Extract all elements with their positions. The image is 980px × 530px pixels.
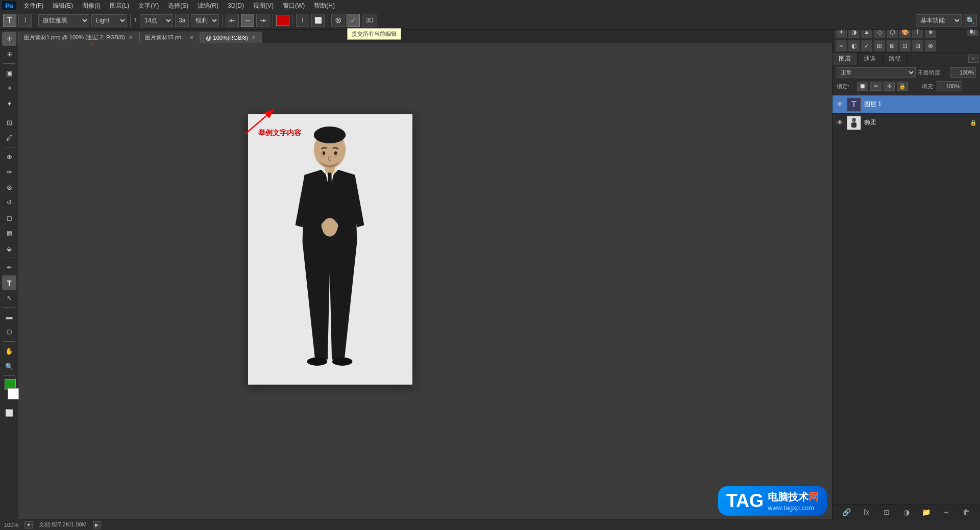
delete-layer-btn[interactable]: 🗑 (961, 507, 972, 518)
zoom-tool[interactable]: 🔍 (2, 359, 16, 373)
eye-icon-1: 👁 (837, 119, 843, 127)
background-color[interactable] (8, 388, 19, 399)
lock-position-btn[interactable]: ✛ (884, 82, 895, 91)
menu-select[interactable]: 选择(S) (164, 1, 192, 11)
adj-posterize-icon[interactable]: ≈ (836, 40, 847, 52)
search-workspace-btn[interactable]: 🔍 (964, 14, 977, 27)
link-layers-btn[interactable]: 🔗 (841, 507, 852, 518)
align-right-btn[interactable]: ⇥ (256, 14, 270, 27)
text-orientation-icon[interactable]: ⊺ (18, 14, 32, 27)
adj-pattern-icon[interactable]: ⊗ (925, 40, 936, 52)
layers-list: 👁 T 图层 1 👁 狮柔 🔒 (832, 95, 980, 504)
adj-invert-icon[interactable]: ⊠ (887, 40, 898, 52)
layer-visibility-0[interactable]: 👁 (836, 100, 844, 109)
tab-2[interactable]: @ 100%(RGB/8) ✕ (200, 32, 262, 43)
menu-text[interactable]: 文字(Y) (134, 1, 163, 11)
menu-window[interactable]: 窗口(W) (279, 1, 309, 11)
doc-size-btn[interactable]: ▶ (93, 521, 101, 528)
add-mask-btn[interactable]: ⊡ (881, 507, 892, 518)
healing-brush-tool[interactable]: ⊕ (2, 149, 16, 164)
eye-icon-0: 👁 (837, 100, 843, 108)
clone-stamp-tool[interactable]: ⊗ (2, 180, 16, 194)
eyedropper-tool[interactable]: 🖊 (2, 131, 16, 145)
menu-3d[interactable]: 3D(D) (224, 1, 248, 10)
pen-tool[interactable]: ✒ (2, 260, 16, 274)
doc-size: 文档:827.2K/1.08M (39, 521, 87, 528)
fill-input[interactable] (937, 81, 962, 91)
toggle-3d-panel-btn[interactable]: ⬜ (311, 14, 325, 27)
paths-tab[interactable]: 路径 (883, 53, 908, 65)
path-select-tool[interactable]: ↖ (2, 291, 16, 305)
menu-edit[interactable]: 编辑(E) (48, 1, 77, 11)
adj-selectivecolor-icon[interactable]: ✓ (861, 40, 872, 52)
menu-image[interactable]: 图像(I) (78, 1, 104, 11)
adj-solidcolor-icon[interactable]: ⊟ (912, 40, 923, 52)
lock-all-btn[interactable]: 🔒 (897, 82, 908, 91)
menu-layer[interactable]: 图层(L) (106, 1, 134, 11)
new-layer-btn[interactable]: + (941, 507, 952, 518)
menu-bar: Ps 文件(F) 编辑(E) 图像(I) 图层(L) 文字(Y) 选择(S) 滤… (0, 0, 980, 11)
menu-view[interactable]: 视图(V) (249, 1, 278, 11)
warp-text-btn[interactable]: ⌇ (296, 14, 309, 27)
tab-1[interactable]: 图片素材15.pn... ✕ (139, 32, 201, 43)
add-style-btn[interactable]: fx (861, 507, 872, 518)
adj-gradient-icon[interactable]: ⊡ (899, 40, 911, 52)
gradient-tool[interactable]: ▦ (2, 226, 16, 240)
new-group-btn[interactable]: 📁 (921, 507, 932, 518)
layer-item-0[interactable]: 👁 T 图层 1 (832, 95, 980, 114)
lock-buttons: 🔲 ✏ ✛ 🔒 (857, 82, 908, 91)
layers-panel-menu-btn[interactable]: ≡ (968, 55, 978, 63)
lock-fill-row: 锁定: 🔲 ✏ ✛ 🔒 填充: (837, 81, 976, 91)
layer-visibility-1[interactable]: 👁 (836, 119, 844, 127)
marquee-rect-tool[interactable]: ▣ (2, 66, 16, 80)
magic-wand-tool[interactable]: ✦ (2, 96, 16, 111)
brush-tool[interactable]: ✏ (2, 165, 16, 179)
adj-channelmix-icon[interactable]: ⊞ (874, 40, 885, 52)
opacity-input[interactable] (950, 67, 976, 78)
3d-tool[interactable]: ⬡ (2, 325, 16, 339)
zoom-adjust-btn[interactable]: ▼ (24, 521, 33, 528)
text-tool[interactable]: T (2, 275, 16, 290)
eraser-tool[interactable]: ◻ (2, 211, 16, 225)
tab-0[interactable]: 图片素材1.png @ 100% (图层 2, RGB/8) ✕ (18, 32, 139, 43)
shape-tool[interactable]: ▬ (2, 310, 16, 324)
menu-file[interactable]: 文件(F) (19, 1, 47, 11)
new-adjustment-btn[interactable]: ◑ (901, 507, 912, 518)
sharpness-select[interactable]: 锐利 (191, 14, 219, 27)
tab-close-1[interactable]: ✕ (188, 34, 194, 41)
menu-help[interactable]: 帮助(H) (310, 1, 339, 11)
adj-threshold-icon[interactable]: ◐ (848, 40, 860, 52)
layer-item-1[interactable]: 👁 狮柔 🔒 (832, 114, 980, 132)
brush-icon: ✏ (7, 168, 12, 176)
font-style-select[interactable]: Light Regular Bold (91, 14, 127, 27)
layers-tab[interactable]: 图层 (832, 53, 857, 65)
crop-tool[interactable]: ⊡ (2, 115, 16, 130)
font-name-select[interactable]: 微软雅黑 (38, 14, 89, 27)
heal-icon: ⊕ (7, 153, 12, 161)
move-tool[interactable]: ✛ (2, 32, 16, 46)
channels-tab[interactable]: 通道 (857, 53, 883, 65)
quick-mask-toggle[interactable]: ⬜ (2, 406, 16, 420)
lock-transparent-btn[interactable]: 🔲 (857, 82, 868, 91)
separator4 (273, 14, 273, 27)
cancel-edit-btn[interactable]: ⊗ (331, 14, 345, 27)
artboard-tool[interactable]: ⊞ (2, 47, 16, 61)
anti-alias-btn[interactable]: 3a (175, 14, 189, 27)
text-color-swatch[interactable] (276, 15, 289, 26)
hand-tool[interactable]: ✋ (2, 344, 16, 358)
dodge-tool[interactable]: ⬙ (2, 241, 16, 256)
lock-pixels-btn[interactable]: ✏ (870, 82, 881, 91)
menu-filter[interactable]: 滤镜(R) (193, 1, 223, 11)
font-size-select[interactable]: 14点 12点 18点 (140, 14, 173, 27)
tab-close-0[interactable]: ✕ (128, 34, 134, 41)
align-center-btn[interactable]: ↔ (241, 14, 254, 27)
history-brush-tool[interactable]: ↺ (2, 195, 16, 210)
lasso-tool[interactable]: ⌖ (2, 81, 16, 95)
blend-mode-select[interactable]: 正常 正片叠底 滤色 (837, 67, 916, 78)
3d-btn[interactable]: 3D (362, 14, 377, 27)
align-left-btn[interactable]: ⇤ (226, 14, 239, 27)
confirm-edit-btn[interactable]: ✓ (347, 14, 360, 27)
workspace-select[interactable]: 基本功能 (916, 14, 962, 27)
tab-close-2[interactable]: ✕ (251, 34, 257, 41)
text-tool-icon[interactable]: T (3, 14, 16, 27)
